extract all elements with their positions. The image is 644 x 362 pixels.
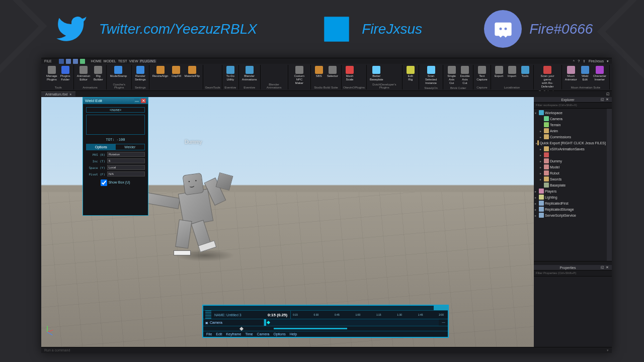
tree-expand-icon[interactable]: ▸ bbox=[535, 196, 539, 199]
ribbon-btn-blender[interactable]: BlenderAnimations bbox=[240, 65, 259, 85]
ribbon-btn-better[interactable]: BetterBaseplate bbox=[368, 65, 385, 82]
ribbon-btn-materialflip[interactable]: MaterialFlip bbox=[183, 65, 201, 88]
anim-menu-options[interactable]: Options bbox=[274, 332, 286, 336]
menu-tab-home[interactable]: HOME bbox=[90, 59, 103, 63]
ribbon-btn-modelstamp[interactable]: ModelStamp bbox=[108, 65, 128, 82]
tree-item[interactable]: Terrain bbox=[534, 122, 607, 128]
ribbon-btn-render[interactable]: RenderSettings bbox=[133, 65, 147, 85]
weld-tab-options[interactable]: Options bbox=[87, 144, 116, 150]
document-tab[interactable]: Animation.rbxl × bbox=[41, 92, 75, 97]
menu-tab-model[interactable]: MODEL bbox=[103, 59, 117, 63]
menu-tab-test[interactable]: TEST bbox=[117, 59, 128, 63]
tree-expand-icon[interactable]: ▸ bbox=[540, 147, 544, 151]
tree-item[interactable]: ▸Lighting bbox=[534, 194, 607, 200]
share-icon[interactable]: ⇪ bbox=[583, 59, 586, 63]
anim-menu-edit[interactable]: Edit bbox=[216, 332, 222, 336]
weld-minimize-icon[interactable]: — bbox=[134, 99, 139, 103]
explorer-filter-input[interactable]: Filter workspace (Ctrl+Shift+X) bbox=[534, 103, 612, 109]
weld-row-value[interactable]: Local bbox=[107, 165, 145, 170]
qat-redo-icon[interactable] bbox=[73, 59, 78, 64]
explorer-close-icon[interactable]: ✕ bbox=[605, 98, 610, 102]
weld-row-value[interactable]: N/A bbox=[107, 171, 145, 176]
ribbon-btn-export[interactable]: Export bbox=[493, 65, 506, 85]
tree-expand-icon[interactable]: ▸ bbox=[535, 190, 539, 193]
keyframe-marker[interactable] bbox=[267, 321, 270, 324]
weld-edit-panel[interactable]: Weld Edit — ✕ <none> TOT: -100 Options W… bbox=[83, 97, 148, 216]
explorer-popout-icon[interactable]: ◱ bbox=[600, 98, 605, 102]
ribbon-btn-resizealign[interactable]: ResizeAlign bbox=[151, 65, 170, 88]
ribbon-btn-scan-your-game[interactable]: Scan your gamewith Ro-Defender bbox=[535, 65, 560, 89]
tree-expand-icon[interactable]: ▸ bbox=[535, 202, 539, 205]
tree-item[interactable]: ▸Model bbox=[534, 164, 607, 170]
file-menu[interactable]: FILE bbox=[44, 59, 52, 63]
tree-expand-icon[interactable]: ▸ bbox=[540, 159, 544, 163]
ribbon-btn-tools[interactable]: Tools bbox=[519, 65, 532, 85]
anim-track-label[interactable]: ▣ Camera bbox=[203, 319, 264, 326]
ribbon-btn-text[interactable]: TextCapture bbox=[475, 65, 489, 85]
anim-zoom-slider[interactable] bbox=[203, 326, 448, 331]
tree-expand-icon[interactable]: ▾ bbox=[535, 111, 539, 115]
qat-save-icon[interactable] bbox=[59, 59, 64, 64]
track-expand-icon[interactable]: ▣ bbox=[205, 321, 208, 324]
tree-item[interactable]: ▸ReplicatedFirst bbox=[534, 200, 607, 206]
properties-popout-icon[interactable]: ◱ bbox=[600, 265, 605, 269]
ribbon-btn-custom-npc[interactable]: Custom NPCMaker bbox=[290, 65, 309, 88]
qat-play-icon[interactable] bbox=[80, 59, 85, 64]
tree-expand-icon[interactable]: ▸ bbox=[540, 165, 544, 169]
track-options-icon[interactable]: ⋯ bbox=[439, 319, 448, 326]
tree-expand-icon[interactable]: ▸ bbox=[540, 153, 544, 157]
tree-item[interactable]: ▾Workspace bbox=[534, 110, 607, 116]
weld-close-icon[interactable]: ✕ bbox=[141, 99, 146, 103]
anim-drag-handle[interactable] bbox=[205, 311, 211, 319]
properties-filter-input[interactable]: Filter Properties (Ctrl+Shift+P) bbox=[534, 270, 612, 277]
ribbon-btn-animation[interactable]: AnimationEditor bbox=[75, 65, 92, 85]
username-label[interactable]: FireJxsus bbox=[589, 59, 604, 63]
tree-item[interactable]: Camera bbox=[534, 116, 607, 122]
ribbon-btn-selector[interactable]: Selector bbox=[326, 65, 340, 85]
tree-item[interactable]: ▸Quick Export [RIGHT CLICK Jxsus FILES] bbox=[534, 140, 607, 146]
doc-tab-close-icon[interactable]: × bbox=[69, 93, 71, 96]
anim-menu-file[interactable]: File bbox=[206, 332, 212, 336]
command-dropdown-icon[interactable]: ▾ bbox=[607, 348, 609, 352]
collapse-ribbon-icon[interactable]: ^ bbox=[573, 59, 575, 63]
playhead[interactable] bbox=[264, 319, 266, 326]
tree-item[interactable]: ▸Swords bbox=[534, 176, 607, 182]
tree-expand-icon[interactable]: ▸ bbox=[540, 171, 544, 175]
dummy-character[interactable] bbox=[139, 160, 250, 260]
ribbon-btn-character[interactable]: CharacterInserter bbox=[592, 65, 608, 85]
ribbon-btn-plugins[interactable]: PluginsFolder bbox=[59, 65, 72, 85]
showbox-checkbox[interactable] bbox=[101, 179, 107, 186]
menu-tab-view[interactable]: VIEW bbox=[128, 59, 139, 63]
ribbon-btn-edit[interactable]: EditRig bbox=[404, 65, 417, 88]
moon-animator-panel[interactable]: NAME: Untitled 3 0:15 (0.25) 0:150:300:4… bbox=[202, 305, 449, 338]
weld-showbox-check[interactable]: Show Box (U) bbox=[86, 179, 145, 186]
ribbon-btn-sbs[interactable]: SBS bbox=[312, 65, 326, 85]
ribbon-btn-weld[interactable]: WeldEdit bbox=[579, 65, 592, 85]
ribbon-btn-manage[interactable]: ManagePlugins bbox=[45, 65, 59, 85]
tree-item[interactable]: Baseplate bbox=[534, 182, 607, 188]
explorer-tree[interactable]: ▾WorkspaceCameraTerrain▸Anim▸Commissions… bbox=[534, 109, 607, 261]
ribbon-btn-scan-selected[interactable]: Scan SelectedInstance bbox=[421, 65, 442, 86]
tree-item[interactable]: ▸ServerScriptService bbox=[534, 212, 607, 218]
anim-titlebar[interactable] bbox=[203, 306, 448, 311]
ribbon-btn-to-do[interactable]: To-DoUtility bbox=[224, 65, 237, 85]
tree-expand-icon[interactable]: ▸ bbox=[540, 177, 544, 181]
user-dropdown-icon[interactable]: ▾ bbox=[607, 59, 609, 63]
weld-row-value[interactable]: 5 bbox=[107, 158, 145, 163]
help-icon[interactable]: ? bbox=[578, 59, 580, 63]
tree-item[interactable]: ▸Commissions bbox=[534, 134, 607, 140]
anim-time-ruler[interactable]: 0:150:300:451:001:151:301:452:00 bbox=[290, 311, 446, 319]
tree-expand-icon[interactable]: ▸ bbox=[540, 129, 544, 133]
ribbon-btn-single[interactable]: SingleAxis Cut bbox=[445, 65, 458, 86]
command-bar[interactable]: Run a command ▾ bbox=[41, 347, 612, 353]
menu-tab-plugins[interactable]: PLUGINS bbox=[139, 59, 156, 63]
ribbon-btn-rig[interactable]: RigBuilder bbox=[92, 65, 105, 85]
ribbon-btn-mesh[interactable]: MeshScale bbox=[343, 65, 356, 85]
tree-item[interactable]: ▸Robot bbox=[534, 170, 607, 176]
ribbon-btn-moon[interactable]: MoonAnimator bbox=[564, 65, 579, 85]
tree-item[interactable]: ▸Anim bbox=[534, 128, 607, 134]
explorer-hscrollbar[interactable] bbox=[534, 261, 612, 265]
anim-menu-time[interactable]: Time bbox=[245, 332, 253, 336]
tree-item[interactable]: ▸xSIXxAnimationSaves bbox=[534, 146, 607, 152]
anim-menu-keyframe[interactable]: Keyframe bbox=[226, 332, 241, 336]
